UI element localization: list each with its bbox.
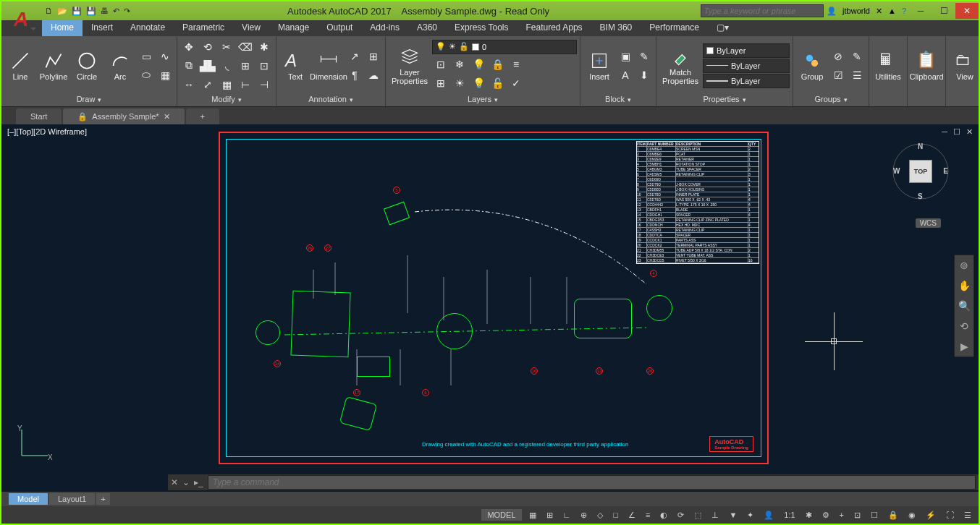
nav-wheel-icon[interactable]: ⊚ xyxy=(955,255,973,276)
workspace-icon[interactable]: ⚙ xyxy=(819,509,832,521)
vp-close-icon[interactable]: ✕ xyxy=(966,127,973,137)
tab-express[interactable]: Express Tools xyxy=(446,20,517,36)
ortho-icon[interactable]: ∟ xyxy=(560,509,574,521)
exchange-icon[interactable]: ✕ xyxy=(876,7,882,16)
create-block-icon[interactable]: ▣ xyxy=(617,48,634,65)
cmd-recent-icon[interactable]: ⌄ xyxy=(182,477,190,487)
tab-view[interactable]: View xyxy=(233,20,269,36)
annotation-visibility-icon[interactable]: ✱ xyxy=(803,509,815,521)
layout-tab-model[interactable]: Model xyxy=(9,493,48,505)
layfrz-icon[interactable]: ❄ xyxy=(451,56,468,73)
open-icon[interactable]: 📂 xyxy=(57,7,67,16)
view-button[interactable]: 🗀View xyxy=(949,40,980,91)
laylck-icon[interactable]: 🔒 xyxy=(489,56,506,73)
layulk-icon[interactable]: 🔓 xyxy=(489,74,506,92)
laycur-icon[interactable]: ✓ xyxy=(507,74,525,92)
tab-annotate[interactable]: Annotate xyxy=(122,20,174,36)
save-icon[interactable]: 💾 xyxy=(72,7,82,16)
selection-filter-icon[interactable]: ▼ xyxy=(726,509,740,521)
erase-icon[interactable]: ⌫ xyxy=(237,38,254,56)
groupedit-icon[interactable]: ✎ xyxy=(848,48,866,65)
match-properties-button[interactable]: Match Properties xyxy=(659,40,701,91)
new-icon[interactable]: 🗋 xyxy=(45,7,53,15)
arc-button[interactable]: Arc xyxy=(104,40,136,91)
layoff-icon[interactable]: 💡 xyxy=(470,56,487,73)
file-tab-start[interactable]: Start xyxy=(16,108,62,124)
scale-icon[interactable]: ⤢ xyxy=(199,76,216,93)
copy-icon[interactable]: ⧉ xyxy=(180,57,198,74)
offset-icon[interactable]: ⊡ xyxy=(255,57,273,74)
3dosnap-icon[interactable]: ⬚ xyxy=(691,509,704,521)
units-icon[interactable]: ⊡ xyxy=(851,509,863,521)
line-button[interactable]: Line xyxy=(4,40,36,91)
move-icon[interactable]: ✥ xyxy=(180,38,198,56)
customize-icon[interactable]: ☰ xyxy=(961,509,974,521)
tab-close-icon[interactable]: ✕ xyxy=(164,112,170,121)
annoscale-icon[interactable]: 👤 xyxy=(761,509,777,521)
isolate-icon[interactable]: ◉ xyxy=(905,509,918,521)
tab-home[interactable]: Home xyxy=(42,20,83,36)
color-dropdown[interactable]: ByLayer xyxy=(703,43,790,58)
vp-restore-icon[interactable]: ☐ xyxy=(953,127,960,137)
status-model-button[interactable]: MODEL xyxy=(481,509,521,521)
file-tab-assembly[interactable]: 🔒Assembly Sample*✕ xyxy=(63,108,184,124)
groupmgr-icon[interactable]: ☰ xyxy=(848,67,866,84)
layer-properties-button[interactable]: Layer Properties xyxy=(389,40,431,91)
fillet-icon[interactable]: ◟ xyxy=(218,57,235,74)
edit-block-icon[interactable]: ✎ xyxy=(635,48,653,65)
text-button[interactable]: AText xyxy=(279,40,311,91)
gizmo-icon[interactable]: ✦ xyxy=(744,509,756,521)
dimension-button[interactable]: Dimension xyxy=(313,40,345,91)
command-input[interactable] xyxy=(208,475,976,490)
tab-output[interactable]: Output xyxy=(318,20,361,36)
nav-orbit-icon[interactable]: ⟲ xyxy=(955,316,973,336)
array-icon[interactable]: ⊞ xyxy=(237,57,254,74)
nav-showmotion-icon[interactable]: ▶ xyxy=(955,336,973,357)
redo-icon[interactable]: ↷ xyxy=(124,7,130,16)
wblock-icon[interactable]: ⬇ xyxy=(635,67,653,84)
rotate-icon[interactable]: ⟲ xyxy=(199,38,216,56)
cloud-icon[interactable]: ☁ xyxy=(365,67,382,84)
tab-performance[interactable]: Performance xyxy=(641,20,708,36)
layiso-icon[interactable]: ⊡ xyxy=(432,56,449,73)
user-name[interactable]: jtbworld xyxy=(842,7,870,15)
scale-button[interactable]: 1:1 xyxy=(781,509,798,521)
cleanscreen-icon[interactable]: ⛶ xyxy=(943,509,957,521)
layout-add-button[interactable]: + xyxy=(96,493,109,505)
close-button[interactable]: ✕ xyxy=(955,3,979,19)
layer-dropdown[interactable]: 💡 ☀ 🔓 0 xyxy=(432,40,577,54)
laymch-icon[interactable]: ≡ xyxy=(507,56,525,73)
tab-parametric[interactable]: Parametric xyxy=(174,20,233,36)
arrayr-icon[interactable]: ▦ xyxy=(218,76,235,93)
mirror-icon[interactable]: ▟▙ xyxy=(199,57,216,74)
help-search-input[interactable] xyxy=(701,4,824,17)
tab-insert[interactable]: Insert xyxy=(83,20,122,36)
undo-icon[interactable]: ↶ xyxy=(113,7,119,16)
tab-a360[interactable]: A360 xyxy=(408,20,446,36)
saveas-icon[interactable]: 💾 xyxy=(86,7,96,16)
trim-icon[interactable]: ✂ xyxy=(218,38,235,56)
nav-zoom-icon[interactable]: 🔍 xyxy=(955,296,973,316)
polar-icon[interactable]: ⊕ xyxy=(578,509,590,521)
circle-button[interactable]: Circle xyxy=(71,40,103,91)
mtext-icon[interactable]: ¶ xyxy=(346,67,363,84)
cycling-icon[interactable]: ⟳ xyxy=(675,509,687,521)
group-button[interactable]: Group xyxy=(796,40,828,91)
join-icon[interactable]: ⊢ xyxy=(237,76,254,93)
annomonitor-icon[interactable]: + xyxy=(837,509,847,521)
nav-pan-icon[interactable]: ✋ xyxy=(955,276,973,296)
rect-icon[interactable]: ▭ xyxy=(138,48,155,65)
new-tab-button[interactable]: + xyxy=(186,108,219,124)
vp-minimize-icon[interactable]: ─ xyxy=(942,127,947,137)
hardware-icon[interactable]: ⚡ xyxy=(923,509,939,521)
utilities-button[interactable]: 🖩Utilities xyxy=(872,40,904,91)
signin-icon[interactable]: 👤 xyxy=(827,7,837,16)
groupsel-icon[interactable]: ☑ xyxy=(829,67,847,84)
help-icon[interactable]: ? xyxy=(902,7,906,15)
attr-icon[interactable]: A xyxy=(617,67,634,84)
tab-bim360[interactable]: BIM 360 xyxy=(591,20,641,36)
minimize-button[interactable]: ─ xyxy=(909,3,932,19)
hatch-icon[interactable]: ▦ xyxy=(156,67,174,84)
tab-addins[interactable]: Add-ins xyxy=(361,20,408,36)
table-icon[interactable]: ⊞ xyxy=(365,48,382,65)
